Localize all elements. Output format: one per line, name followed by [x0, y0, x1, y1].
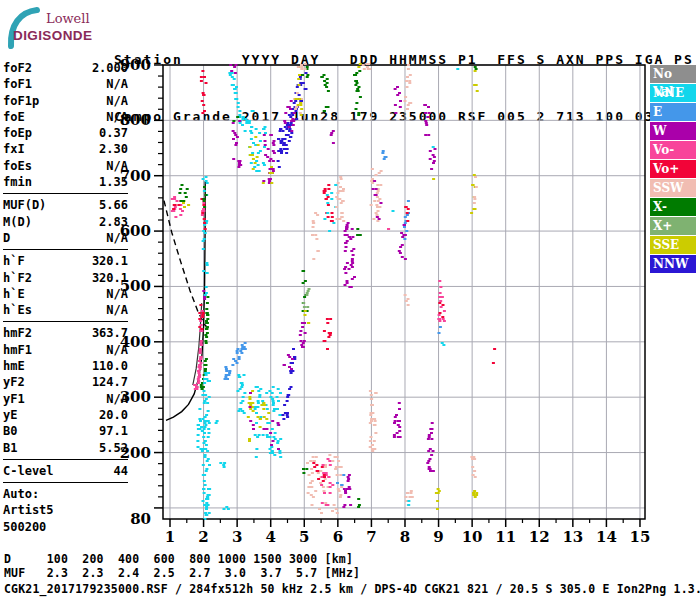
echo-point-ssw	[342, 188, 345, 190]
x-axis-label-6: 6	[333, 528, 343, 546]
echo-point-vop	[203, 110, 206, 112]
echo-point-e	[224, 376, 227, 378]
echo-point-w	[429, 468, 432, 470]
echo-point-vom	[179, 214, 182, 216]
echo-point-nnw	[277, 138, 280, 140]
echo-point-ssw	[370, 394, 373, 396]
echo-point-vop	[493, 348, 496, 350]
echo-point-w	[423, 104, 426, 106]
echo-point-vom	[199, 368, 202, 370]
echo-point-ssw	[331, 460, 334, 462]
echo-point-nne	[205, 470, 208, 472]
echo-point-w	[348, 236, 351, 238]
echo-point-w	[236, 136, 239, 138]
echo-point-nne	[239, 122, 242, 124]
echo-point-vom	[329, 492, 332, 494]
echo-point-ssw	[308, 474, 311, 476]
echo-point-nne	[206, 402, 209, 404]
x-axis-label-15: 15	[630, 528, 651, 546]
echo-point-ssw	[324, 502, 327, 504]
echo-point-vom	[194, 384, 197, 386]
echo-point-w	[347, 478, 350, 480]
echo-point-vop	[312, 462, 315, 464]
echo-point-w	[351, 258, 354, 260]
echo-point-vop	[313, 466, 316, 468]
echo-point-nne	[201, 394, 204, 396]
echo-point-xm	[184, 192, 187, 194]
echo-point-vop	[323, 476, 326, 478]
echo-point-nnw	[286, 148, 289, 150]
echo-point-w	[263, 428, 266, 430]
echo-point-w	[269, 158, 272, 160]
echo-point-e	[228, 370, 231, 372]
echo-point-w	[269, 134, 272, 136]
echo-point-w	[429, 448, 432, 450]
echo-point-ssw	[297, 66, 300, 68]
echo-point-xm	[180, 200, 183, 202]
echo-point-nne	[268, 390, 271, 392]
echo-point-ssw	[475, 186, 478, 188]
echo-point-xm	[323, 74, 326, 76]
echo-point-nne	[259, 140, 262, 142]
echo-point-xm	[475, 68, 478, 70]
echo-point-w	[239, 164, 242, 166]
echo-point-nne	[203, 432, 206, 434]
echo-point-w	[351, 278, 354, 280]
echo-point-vom	[197, 370, 200, 372]
echo-point-w	[264, 144, 267, 146]
echo-point-sse	[295, 98, 298, 100]
echo-point-xm	[206, 318, 209, 320]
echo-point-vop	[331, 212, 334, 214]
echo-point-e	[224, 366, 227, 368]
echo-point-xm	[320, 76, 323, 78]
echo-point-nne	[248, 120, 251, 122]
echo-point-nne	[203, 190, 206, 192]
echo-point-sse	[257, 144, 260, 146]
echo-point-ssw	[328, 454, 331, 456]
echo-point-nne	[255, 456, 258, 458]
echo-point-vom	[387, 228, 390, 230]
echo-point-vop	[205, 82, 208, 84]
echo-point-nne	[204, 456, 207, 458]
echo-point-vom	[329, 486, 332, 488]
echo-point-w	[404, 234, 407, 236]
echo-point-xm	[356, 90, 359, 92]
echo-point-w	[330, 132, 333, 134]
echo-point-w	[290, 100, 293, 102]
echo-point-e	[234, 360, 237, 362]
echo-point-e	[244, 342, 247, 344]
echo-point-xm	[303, 296, 306, 298]
echo-point-xm	[204, 360, 207, 362]
echo-point-w	[343, 268, 346, 270]
echo-point-nnw	[277, 160, 280, 162]
echo-point-xm	[204, 368, 207, 370]
echo-point-vom	[176, 200, 179, 202]
echo-point-nne	[330, 198, 333, 200]
echo-point-xm	[205, 328, 208, 330]
echo-point-w	[347, 222, 350, 224]
echo-point-sse	[476, 90, 479, 92]
echo-point-w	[268, 178, 271, 180]
echo-point-nnw	[289, 136, 292, 138]
echo-point-w	[299, 330, 302, 332]
echo-point-w	[237, 166, 240, 168]
echo-point-w	[427, 460, 430, 462]
echo-point-w	[232, 122, 235, 124]
echo-point-ssw	[377, 190, 380, 192]
echo-point-nnw	[285, 134, 288, 136]
echo-point-ssw	[324, 478, 327, 480]
echo-point-nne	[272, 410, 275, 412]
echo-point-w	[351, 262, 354, 264]
echo-point-vop	[172, 208, 175, 210]
echo-point-nne	[330, 192, 333, 194]
echo-point-ssw	[335, 196, 338, 198]
echo-point-vop	[442, 304, 445, 306]
echo-point-nne	[206, 264, 209, 266]
echo-point-e	[342, 474, 345, 476]
x-axis-label-3: 3	[232, 528, 242, 546]
echo-point-ssw	[407, 104, 410, 106]
echo-point-ssw	[309, 460, 312, 462]
echo-point-ssw	[337, 182, 340, 184]
echo-point-w	[433, 156, 436, 158]
x-axis-label-1: 1	[165, 528, 175, 546]
